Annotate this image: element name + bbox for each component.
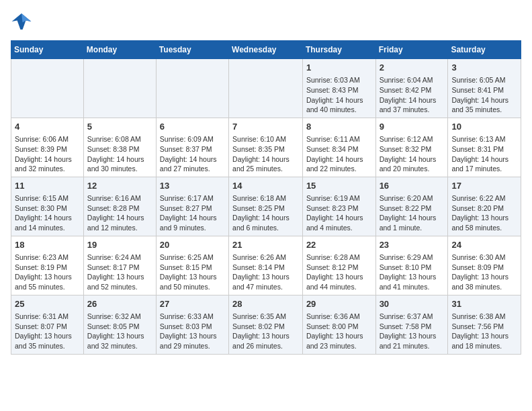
calendar-cell: 7Sunrise: 6:10 AM Sunset: 8:35 PM Daylig… <box>229 118 303 177</box>
day-number: 5 <box>87 121 152 133</box>
day-info: Sunrise: 6:37 AM Sunset: 7:58 PM Dayligh… <box>380 312 445 351</box>
day-number: 15 <box>306 180 372 192</box>
calendar-table: SundayMondayTuesdayWednesdayThursdayFrid… <box>11 40 521 355</box>
day-info: Sunrise: 6:29 AM Sunset: 8:10 PM Dayligh… <box>380 253 445 292</box>
day-of-week-header: Sunday <box>11 41 84 59</box>
day-number: 30 <box>380 298 445 310</box>
calendar-cell: 24Sunrise: 6:30 AM Sunset: 8:09 PM Dayli… <box>448 236 521 295</box>
calendar-cell: 14Sunrise: 6:18 AM Sunset: 8:25 PM Dayli… <box>229 177 303 236</box>
day-info: Sunrise: 6:05 AM Sunset: 8:41 PM Dayligh… <box>451 75 517 115</box>
day-number: 10 <box>451 121 517 133</box>
calendar-cell: 27Sunrise: 6:33 AM Sunset: 8:03 PM Dayli… <box>156 295 228 354</box>
calendar-week-row: 11Sunrise: 6:15 AM Sunset: 8:30 PM Dayli… <box>11 177 521 236</box>
day-number: 12 <box>87 180 152 192</box>
calendar-cell: 19Sunrise: 6:24 AM Sunset: 8:17 PM Dayli… <box>83 236 156 295</box>
day-of-week-header: Saturday <box>448 41 521 59</box>
day-info: Sunrise: 6:03 AM Sunset: 8:43 PM Dayligh… <box>306 75 372 115</box>
calendar-cell: 10Sunrise: 6:13 AM Sunset: 8:31 PM Dayli… <box>448 118 521 177</box>
day-of-week-header: Friday <box>375 41 448 59</box>
day-number: 28 <box>232 298 299 310</box>
calendar-cell: 22Sunrise: 6:28 AM Sunset: 8:12 PM Dayli… <box>302 236 375 295</box>
day-info: Sunrise: 6:18 AM Sunset: 8:25 PM Dayligh… <box>232 193 299 233</box>
day-number: 26 <box>87 298 152 310</box>
day-info: Sunrise: 6:22 AM Sunset: 8:20 PM Dayligh… <box>451 193 517 233</box>
calendar-cell: 4Sunrise: 6:06 AM Sunset: 8:39 PM Daylig… <box>11 118 84 177</box>
day-number: 16 <box>380 180 445 192</box>
day-of-week-header: Wednesday <box>229 41 303 59</box>
calendar-cell: 20Sunrise: 6:25 AM Sunset: 8:15 PM Dayli… <box>156 236 228 295</box>
day-number: 27 <box>160 298 225 310</box>
calendar-cell <box>156 59 228 118</box>
day-info: Sunrise: 6:31 AM Sunset: 8:07 PM Dayligh… <box>15 312 80 351</box>
day-of-week-header: Thursday <box>302 41 375 59</box>
calendar-cell: 9Sunrise: 6:12 AM Sunset: 8:32 PM Daylig… <box>375 118 448 177</box>
calendar-cell: 5Sunrise: 6:08 AM Sunset: 8:38 PM Daylig… <box>83 118 156 177</box>
day-info: Sunrise: 6:35 AM Sunset: 8:02 PM Dayligh… <box>232 312 299 351</box>
day-info: Sunrise: 6:15 AM Sunset: 8:30 PM Dayligh… <box>15 193 80 233</box>
calendar-cell: 17Sunrise: 6:22 AM Sunset: 8:20 PM Dayli… <box>448 177 521 236</box>
day-info: Sunrise: 6:30 AM Sunset: 8:09 PM Dayligh… <box>451 253 517 292</box>
calendar-cell: 21Sunrise: 6:26 AM Sunset: 8:14 PM Dayli… <box>229 236 303 295</box>
calendar-cell: 18Sunrise: 6:23 AM Sunset: 8:19 PM Dayli… <box>11 236 84 295</box>
calendar-cell: 26Sunrise: 6:32 AM Sunset: 8:05 PM Dayli… <box>83 295 156 354</box>
calendar-cell: 16Sunrise: 6:20 AM Sunset: 8:22 PM Dayli… <box>375 177 448 236</box>
day-number: 9 <box>380 121 445 133</box>
logo-bird-icon <box>11 11 32 32</box>
calendar-header-row: SundayMondayTuesdayWednesdayThursdayFrid… <box>11 41 521 59</box>
day-info: Sunrise: 6:04 AM Sunset: 8:42 PM Dayligh… <box>380 75 445 115</box>
day-info: Sunrise: 6:11 AM Sunset: 8:34 PM Dayligh… <box>306 134 372 174</box>
day-info: Sunrise: 6:23 AM Sunset: 8:19 PM Dayligh… <box>15 253 80 292</box>
day-info: Sunrise: 6:13 AM Sunset: 8:31 PM Dayligh… <box>451 134 517 174</box>
day-number: 18 <box>15 239 80 251</box>
day-info: Sunrise: 6:16 AM Sunset: 8:28 PM Dayligh… <box>87 193 152 233</box>
calendar-week-row: 18Sunrise: 6:23 AM Sunset: 8:19 PM Dayli… <box>11 236 521 295</box>
day-info: Sunrise: 6:25 AM Sunset: 8:15 PM Dayligh… <box>160 253 225 292</box>
day-number: 2 <box>380 62 445 74</box>
day-info: Sunrise: 6:06 AM Sunset: 8:39 PM Dayligh… <box>15 134 80 174</box>
day-info: Sunrise: 6:12 AM Sunset: 8:32 PM Dayligh… <box>380 134 445 174</box>
day-number: 24 <box>451 239 517 251</box>
day-info: Sunrise: 6:33 AM Sunset: 8:03 PM Dayligh… <box>160 312 225 351</box>
calendar-cell: 23Sunrise: 6:29 AM Sunset: 8:10 PM Dayli… <box>375 236 448 295</box>
calendar-cell <box>229 59 303 118</box>
calendar-cell: 12Sunrise: 6:16 AM Sunset: 8:28 PM Dayli… <box>83 177 156 236</box>
day-number: 4 <box>15 121 80 133</box>
day-number: 22 <box>306 239 372 251</box>
day-info: Sunrise: 6:10 AM Sunset: 8:35 PM Dayligh… <box>232 134 299 174</box>
calendar-cell: 8Sunrise: 6:11 AM Sunset: 8:34 PM Daylig… <box>302 118 375 177</box>
day-number: 8 <box>306 121 372 133</box>
day-info: Sunrise: 6:36 AM Sunset: 8:00 PM Dayligh… <box>306 312 372 351</box>
day-number: 29 <box>306 298 372 310</box>
day-number: 19 <box>87 239 152 251</box>
day-info: Sunrise: 6:08 AM Sunset: 8:38 PM Dayligh… <box>87 134 152 174</box>
day-of-week-header: Monday <box>83 41 156 59</box>
calendar-cell: 1Sunrise: 6:03 AM Sunset: 8:43 PM Daylig… <box>302 59 375 118</box>
calendar-cell: 15Sunrise: 6:19 AM Sunset: 8:23 PM Dayli… <box>302 177 375 236</box>
calendar-cell: 28Sunrise: 6:35 AM Sunset: 8:02 PM Dayli… <box>229 295 303 354</box>
day-number: 25 <box>15 298 80 310</box>
day-info: Sunrise: 6:09 AM Sunset: 8:37 PM Dayligh… <box>160 134 225 174</box>
calendar-cell: 11Sunrise: 6:15 AM Sunset: 8:30 PM Dayli… <box>11 177 84 236</box>
day-number: 13 <box>160 180 225 192</box>
day-of-week-header: Tuesday <box>156 41 228 59</box>
day-number: 11 <box>15 180 80 192</box>
day-number: 23 <box>380 239 445 251</box>
calendar-cell: 30Sunrise: 6:37 AM Sunset: 7:58 PM Dayli… <box>375 295 448 354</box>
calendar-cell: 2Sunrise: 6:04 AM Sunset: 8:42 PM Daylig… <box>375 59 448 118</box>
day-info: Sunrise: 6:26 AM Sunset: 8:14 PM Dayligh… <box>232 253 299 292</box>
day-number: 6 <box>160 121 225 133</box>
page-header <box>11 11 521 32</box>
day-number: 1 <box>306 62 372 74</box>
calendar-cell: 6Sunrise: 6:09 AM Sunset: 8:37 PM Daylig… <box>156 118 228 177</box>
day-number: 31 <box>451 298 517 310</box>
calendar-cell <box>11 59 84 118</box>
day-number: 14 <box>232 180 299 192</box>
logo <box>11 11 35 32</box>
calendar-cell <box>83 59 156 118</box>
calendar-cell: 25Sunrise: 6:31 AM Sunset: 8:07 PM Dayli… <box>11 295 84 354</box>
day-info: Sunrise: 6:24 AM Sunset: 8:17 PM Dayligh… <box>87 253 152 292</box>
day-info: Sunrise: 6:28 AM Sunset: 8:12 PM Dayligh… <box>306 253 372 292</box>
day-number: 20 <box>160 239 225 251</box>
day-info: Sunrise: 6:17 AM Sunset: 8:27 PM Dayligh… <box>160 193 225 233</box>
svg-marker-0 <box>12 13 32 30</box>
